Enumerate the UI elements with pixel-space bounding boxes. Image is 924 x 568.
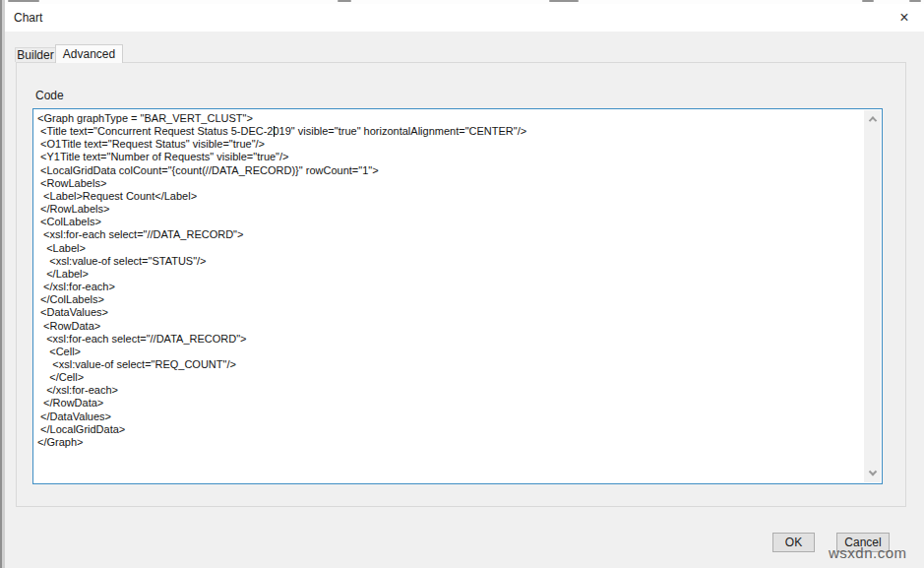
cropped-text-fragment	[8, 0, 39, 2]
cropped-text-fragment	[338, 0, 351, 2]
dialog-title: Chart	[14, 4, 42, 32]
ok-button[interactable]: OK	[772, 533, 815, 552]
scroll-up-button[interactable]	[864, 110, 881, 127]
close-icon: ×	[899, 10, 908, 26]
screenshot-root: Chart × Builder Advanced Code <Graph gra…	[0, 0, 924, 568]
chevron-up-icon	[868, 116, 876, 124]
scroll-down-button[interactable]	[864, 466, 881, 482]
chevron-down-icon	[868, 467, 876, 474]
watermark: wsxdn.com	[829, 544, 907, 561]
dialog-titlebar: Chart	[5, 4, 924, 32]
vertical-scrollbar[interactable]	[864, 110, 881, 482]
text-caret	[274, 126, 275, 137]
code-label: Code	[35, 89, 64, 102]
close-button[interactable]: ×	[889, 6, 920, 30]
tab-builder-label: Builder	[17, 48, 53, 62]
tab-builder[interactable]: Builder	[15, 47, 56, 62]
cropped-text-fragment	[862, 0, 874, 2]
tab-advanced-label: Advanced	[63, 47, 115, 61]
code-text: <Graph graphType = "BAR_VERT_CLUST"> <Ti…	[37, 112, 862, 481]
cropped-text-fragment	[549, 0, 579, 2]
tab-advanced[interactable]: Advanced	[55, 44, 123, 63]
cropped-text-fragment	[909, 0, 921, 2]
code-editor[interactable]: <Graph graphType = "BAR_VERT_CLUST"> <Ti…	[32, 108, 883, 484]
